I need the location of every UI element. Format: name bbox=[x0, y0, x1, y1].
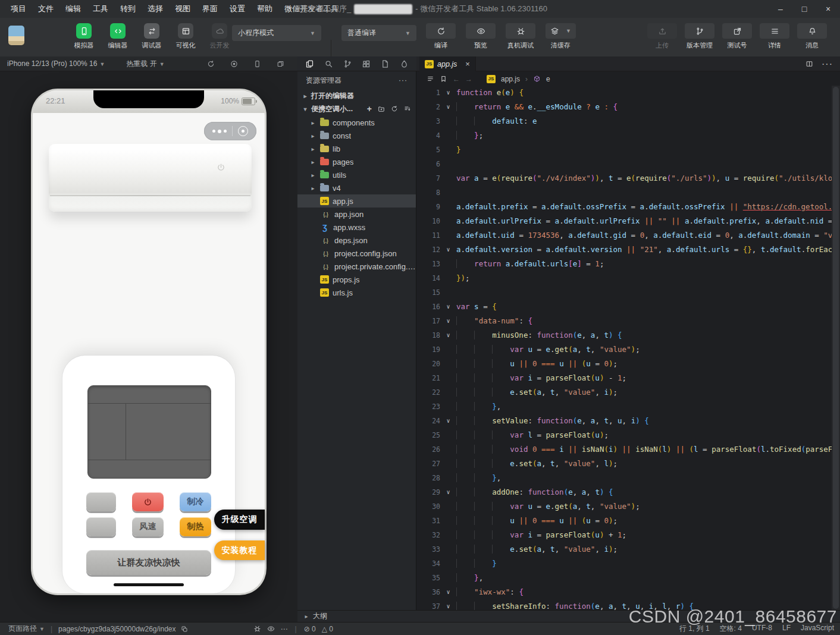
code-line[interactable]: 1∨function e(e) { bbox=[420, 86, 832, 100]
more-icon[interactable]: ⋯ bbox=[281, 625, 288, 633]
search-icon[interactable] bbox=[324, 59, 333, 68]
code-line[interactable]: 22 e.set(a, t, "value", i); bbox=[420, 385, 832, 400]
code-line[interactable]: 11a.default.uid = 1734536, a.default.gid… bbox=[420, 228, 832, 243]
remote-blank-button-1[interactable] bbox=[86, 492, 116, 511]
mode-dropdown[interactable]: 小程序模式 ▼ bbox=[232, 25, 321, 41]
fold-chevron-icon[interactable]: ∨ bbox=[440, 485, 456, 499]
code-line[interactable]: 28 }, bbox=[420, 471, 832, 485]
debugger-mode-button[interactable]: 调试器 bbox=[137, 23, 167, 50]
chevron-right-icon[interactable]: ▸ bbox=[309, 120, 316, 126]
forward-arrow-icon[interactable]: → bbox=[465, 75, 472, 83]
breadcrumb-file[interactable]: app.js bbox=[501, 75, 520, 83]
close-tab-icon[interactable]: × bbox=[465, 59, 470, 68]
files-icon[interactable] bbox=[305, 59, 314, 68]
code-line[interactable]: 33 e.set(a, t, "value", i); bbox=[420, 542, 832, 557]
cloud-dev-button[interactable]: 云开发 bbox=[205, 23, 234, 50]
code-line[interactable]: 34 } bbox=[420, 557, 832, 571]
split-editor-icon[interactable] bbox=[805, 60, 813, 68]
messages-button[interactable]: 消息 bbox=[797, 23, 827, 50]
code-line[interactable]: 8 bbox=[420, 186, 832, 200]
file-icon[interactable] bbox=[381, 59, 390, 68]
editor-scrollbar[interactable] bbox=[832, 86, 840, 610]
code-line[interactable]: 23 }, bbox=[420, 400, 832, 414]
tree-item-app-js[interactable]: JSapp.js bbox=[297, 194, 416, 208]
code-line[interactable]: 7var a = e(require("./v4/index")), t = e… bbox=[420, 171, 832, 186]
code-line[interactable]: 18∨ minusOne: function(e, a, t) { bbox=[420, 328, 832, 342]
chevron-right-icon[interactable]: ▸ bbox=[309, 159, 316, 165]
compile-button[interactable]: 编译 bbox=[426, 23, 456, 50]
sim-phone-icon[interactable] bbox=[253, 60, 261, 68]
page-path-selector[interactable]: 页面路径▼ bbox=[8, 624, 45, 634]
code-line[interactable]: 21 var i = parseFloat(u) - 1; bbox=[420, 371, 832, 385]
tree-item-urls-js[interactable]: JSurls.js bbox=[297, 286, 416, 299]
code-line[interactable]: 19 var u = e.get(a, t, "value"); bbox=[420, 342, 832, 357]
code-line[interactable]: 9a.default.prefix = a.default.ossPrefix … bbox=[420, 200, 832, 214]
fold-chevron-icon[interactable]: ∨ bbox=[440, 328, 456, 342]
code-area[interactable]: 1∨function e(e) {2∨ return e && e.__esMo… bbox=[420, 86, 832, 610]
tree-item-pages[interactable]: ▸pages bbox=[297, 155, 416, 168]
promo-badge[interactable]: 安装教程 bbox=[214, 540, 265, 560]
hot-reload-toggle[interactable]: 热重载 开▼ bbox=[126, 59, 164, 69]
menu-item[interactable]: 工具 bbox=[87, 0, 114, 18]
menu-item[interactable]: 选择 bbox=[142, 0, 169, 18]
menu-item[interactable]: 文件 bbox=[32, 0, 59, 18]
sim-stop-icon[interactable] bbox=[230, 60, 238, 68]
code-line[interactable]: 24∨ setValue: function(e, a, t, u, i) { bbox=[420, 414, 832, 428]
menu-item[interactable]: 转到 bbox=[114, 0, 142, 18]
fold-chevron-icon[interactable]: ∨ bbox=[440, 599, 456, 610]
error-count[interactable]: ⊘ 0 bbox=[304, 625, 316, 633]
back-arrow-icon[interactable]: ← bbox=[453, 75, 460, 83]
minimize-button[interactable]: – bbox=[769, 0, 792, 18]
user-avatar[interactable] bbox=[8, 26, 24, 45]
fold-chevron-icon[interactable]: ∨ bbox=[440, 585, 456, 599]
warning-count[interactable]: △ 0 bbox=[322, 625, 333, 633]
code-line[interactable]: 4 }; bbox=[420, 128, 832, 143]
more-actions-icon[interactable]: ··· bbox=[822, 59, 833, 70]
fold-chevron-icon[interactable]: ∨ bbox=[440, 314, 456, 328]
code-line[interactable]: 35 }, bbox=[420, 571, 832, 585]
preview-button[interactable]: 预览 bbox=[466, 23, 496, 50]
tree-item-utils[interactable]: ▸utils bbox=[297, 168, 416, 181]
fold-chevron-icon[interactable]: ∨ bbox=[440, 243, 456, 257]
close-target-icon[interactable] bbox=[238, 126, 248, 136]
chevron-right-icon[interactable]: ▸ bbox=[309, 185, 316, 191]
code-line[interactable]: 32 var i = parseFloat(u) + 1; bbox=[420, 528, 832, 542]
code-line[interactable]: 10a.default.urlPrefix = a.default.urlPre… bbox=[420, 214, 832, 228]
tree-item-props-js[interactable]: JSprops.js bbox=[297, 273, 416, 286]
code-line[interactable]: 25 var l = parseFloat(u); bbox=[420, 428, 832, 442]
bookmark-icon[interactable] bbox=[440, 75, 447, 83]
code-line[interactable]: 5} bbox=[420, 143, 832, 157]
remote-power-button[interactable] bbox=[132, 492, 164, 511]
outline-list-icon[interactable] bbox=[427, 75, 434, 83]
simulator-mode-button[interactable]: 模拟器 bbox=[69, 23, 99, 50]
fold-chevron-icon[interactable]: ∨ bbox=[440, 414, 456, 428]
code-line[interactable]: 27 e.set(a, t, "value", l); bbox=[420, 457, 832, 471]
close-button[interactable]: × bbox=[816, 0, 840, 18]
tree-item-project-config-json[interactable]: {..}project.config.json bbox=[297, 247, 416, 260]
details-button[interactable]: 详情 bbox=[760, 23, 789, 50]
more-dots-icon[interactable] bbox=[212, 130, 227, 133]
device-debug-button[interactable]: 真机调试 bbox=[506, 23, 535, 50]
menu-item[interactable]: 视图 bbox=[169, 0, 196, 18]
chevron-right-icon[interactable]: ▸ bbox=[309, 146, 316, 152]
code-line[interactable]: 12∨a.default.version = a.default.version… bbox=[420, 243, 832, 257]
miniprogram-capsule[interactable] bbox=[204, 122, 256, 140]
tree-item-deps-json[interactable]: {..}deps.json bbox=[297, 234, 416, 247]
breadcrumb-symbol[interactable]: e bbox=[546, 75, 550, 83]
code-line[interactable]: 26 void 0 === i || isNaN(i) || isNaN(l) … bbox=[420, 442, 832, 457]
fan-speed-button[interactable]: 风速 bbox=[132, 517, 164, 536]
remote-blank-button-2[interactable] bbox=[86, 517, 116, 536]
watch-eye-icon[interactable] bbox=[267, 625, 275, 633]
sim-multi-window-icon[interactable] bbox=[277, 60, 284, 68]
collapse-all-icon[interactable] bbox=[404, 105, 411, 112]
compile-dropdown[interactable]: 普通编译 ▼ bbox=[341, 25, 416, 41]
code-line[interactable]: 6 bbox=[420, 157, 832, 171]
chevron-right-icon[interactable]: ▸ bbox=[309, 172, 316, 178]
code-line[interactable]: 36∨ "iwx-wx": { bbox=[420, 585, 832, 599]
debug-bug-icon[interactable] bbox=[253, 625, 261, 633]
promo-badge[interactable]: 升级空调 bbox=[214, 510, 265, 530]
code-line[interactable]: 3 default: e bbox=[420, 114, 832, 128]
menu-item[interactable]: 设置 bbox=[224, 0, 251, 18]
share-button[interactable]: 让群友凉快凉快 bbox=[86, 550, 211, 575]
project-root-section[interactable]: ▾ 便携空调小... + bbox=[297, 102, 416, 115]
